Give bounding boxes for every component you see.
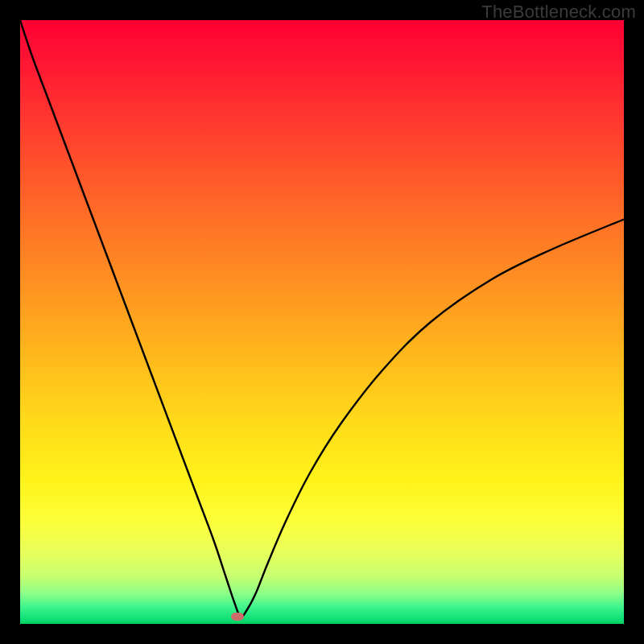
watermark-text: TheBottleneck.com: [481, 2, 636, 23]
plot-area: [20, 20, 624, 624]
bottleneck-curve: [20, 20, 624, 624]
minimum-marker: [231, 613, 244, 621]
chart-frame: TheBottleneck.com: [0, 0, 644, 644]
